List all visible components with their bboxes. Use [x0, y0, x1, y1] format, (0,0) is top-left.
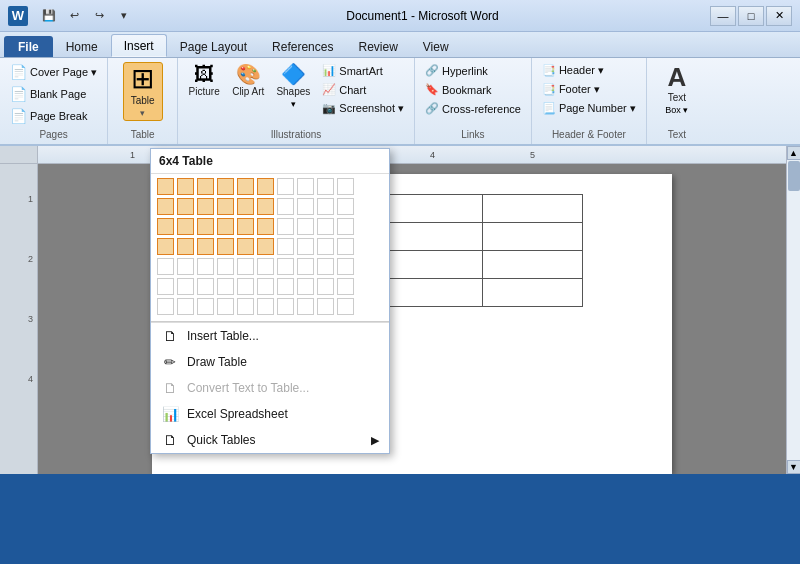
save-btn[interactable]: 💾: [38, 6, 60, 26]
grid-cell[interactable]: [257, 298, 274, 315]
grid-cell[interactable]: [177, 178, 194, 195]
grid-cell[interactable]: [237, 258, 254, 275]
grid-cell[interactable]: [277, 298, 294, 315]
grid-cell[interactable]: [197, 278, 214, 295]
tab-references[interactable]: References: [260, 36, 345, 57]
grid-cell[interactable]: [237, 218, 254, 235]
grid-cell[interactable]: [237, 298, 254, 315]
grid-cell[interactable]: [257, 258, 274, 275]
grid-cell[interactable]: [297, 238, 314, 255]
grid-cell[interactable]: [197, 178, 214, 195]
clip-art-btn[interactable]: 🎨 Clip Art: [228, 62, 268, 99]
scroll-down[interactable]: ▼: [787, 460, 801, 474]
grid-cell[interactable]: [337, 178, 354, 195]
undo-btn[interactable]: ↩: [63, 6, 85, 26]
grid-cell[interactable]: [157, 258, 174, 275]
grid-cell[interactable]: [317, 198, 334, 215]
tab-view[interactable]: View: [411, 36, 461, 57]
tab-review[interactable]: Review: [346, 36, 409, 57]
grid-cell[interactable]: [317, 218, 334, 235]
grid-cell[interactable]: [177, 238, 194, 255]
more-btn[interactable]: ▾: [113, 6, 135, 26]
grid-cell[interactable]: [157, 278, 174, 295]
minimize-btn[interactable]: —: [710, 6, 736, 26]
picture-btn[interactable]: 🖼 Picture: [184, 62, 224, 99]
hyperlink-btn[interactable]: 🔗 Hyperlink: [421, 62, 525, 79]
bookmark-btn[interactable]: 🔖 Bookmark: [421, 81, 525, 98]
page-number-btn[interactable]: 📃 Page Number ▾: [538, 100, 640, 117]
grid-cell[interactable]: [257, 278, 274, 295]
grid-cell[interactable]: [317, 258, 334, 275]
grid-cell[interactable]: [277, 258, 294, 275]
screenshot-btn[interactable]: 📷 Screenshot ▾: [318, 100, 408, 117]
footer-btn[interactable]: 📑 Footer ▾: [538, 81, 640, 98]
grid-cell[interactable]: [317, 278, 334, 295]
grid-cell[interactable]: [157, 298, 174, 315]
excel-spreadsheet-item[interactable]: 📊 Excel Spreadsheet: [151, 401, 389, 427]
grid-cell[interactable]: [277, 238, 294, 255]
grid-cell[interactable]: [197, 258, 214, 275]
grid-cell[interactable]: [277, 218, 294, 235]
grid-cell[interactable]: [217, 258, 234, 275]
grid-cell[interactable]: [337, 258, 354, 275]
grid-cell[interactable]: [237, 178, 254, 195]
grid-cell[interactable]: [317, 178, 334, 195]
grid-cell[interactable]: [177, 258, 194, 275]
scroll-thumb[interactable]: [788, 161, 800, 191]
grid-cell[interactable]: [177, 298, 194, 315]
grid-cell[interactable]: [237, 278, 254, 295]
grid-cell[interactable]: [217, 198, 234, 215]
grid-cell[interactable]: [197, 198, 214, 215]
grid-cell[interactable]: [297, 258, 314, 275]
cover-page-btn[interactable]: 📄 Cover Page ▾: [6, 62, 101, 82]
cross-reference-btn[interactable]: 🔗 Cross-reference: [421, 100, 525, 117]
redo-btn[interactable]: ↪: [88, 6, 110, 26]
grid-cell[interactable]: [257, 198, 274, 215]
grid-cell[interactable]: [317, 298, 334, 315]
quick-tables-item[interactable]: 🗋 Quick Tables ▶: [151, 427, 389, 453]
grid-cell[interactable]: [277, 178, 294, 195]
grid-cell[interactable]: [157, 238, 174, 255]
grid-cell[interactable]: [337, 298, 354, 315]
page-break-btn[interactable]: 📄 Page Break: [6, 106, 101, 126]
tab-home[interactable]: Home: [54, 36, 110, 57]
tab-page-layout[interactable]: Page Layout: [168, 36, 259, 57]
grid-cell[interactable]: [337, 198, 354, 215]
grid-cell[interactable]: [337, 238, 354, 255]
grid-cell[interactable]: [177, 198, 194, 215]
tab-file[interactable]: File: [4, 36, 53, 57]
grid-cell[interactable]: [217, 278, 234, 295]
text-box-btn[interactable]: A Text Box ▾: [657, 62, 697, 117]
shapes-btn[interactable]: 🔷 Shapes ▾: [272, 62, 314, 111]
grid-cell[interactable]: [317, 238, 334, 255]
grid-cell[interactable]: [237, 238, 254, 255]
grid-cell[interactable]: [297, 298, 314, 315]
table-btn[interactable]: ⊞ Table ▾: [123, 62, 163, 121]
grid-cell[interactable]: [197, 238, 214, 255]
grid-cell[interactable]: [337, 278, 354, 295]
grid-cell[interactable]: [257, 238, 274, 255]
grid-cell[interactable]: [217, 218, 234, 235]
grid-cell[interactable]: [177, 218, 194, 235]
insert-table-item[interactable]: 🗋 Insert Table...: [151, 323, 389, 349]
grid-cell[interactable]: [297, 178, 314, 195]
table-grid[interactable]: [151, 174, 389, 322]
grid-cell[interactable]: [257, 178, 274, 195]
chart-btn[interactable]: 📈 Chart: [318, 81, 408, 98]
grid-cell[interactable]: [337, 218, 354, 235]
tab-insert[interactable]: Insert: [111, 34, 167, 57]
grid-cell[interactable]: [157, 198, 174, 215]
blank-page-btn[interactable]: 📄 Blank Page: [6, 84, 101, 104]
grid-cell[interactable]: [157, 218, 174, 235]
grid-cell[interactable]: [177, 278, 194, 295]
grid-cell[interactable]: [237, 198, 254, 215]
scroll-track[interactable]: [787, 160, 801, 460]
grid-cell[interactable]: [217, 178, 234, 195]
smartart-btn[interactable]: 📊 SmartArt: [318, 62, 408, 79]
scroll-up[interactable]: ▲: [787, 146, 801, 160]
grid-cell[interactable]: [297, 278, 314, 295]
grid-cell[interactable]: [217, 298, 234, 315]
grid-cell[interactable]: [197, 298, 214, 315]
maximize-btn[interactable]: □: [738, 6, 764, 26]
close-btn[interactable]: ✕: [766, 6, 792, 26]
